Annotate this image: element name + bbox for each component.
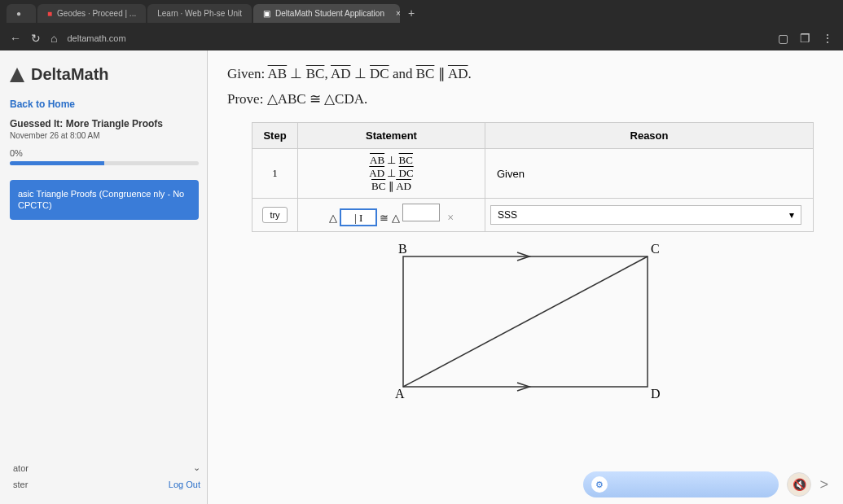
- header-statement: Statement: [298, 123, 485, 149]
- refresh-button[interactable]: ↻: [31, 32, 41, 45]
- browser-tab[interactable]: Learn · Web Ph-se Unit: [147, 4, 252, 23]
- vertex-label-c: C: [651, 242, 660, 256]
- table-row: try △ | I ≅ △ × SSS ▾: [252, 199, 814, 232]
- progress-bar: [10, 161, 199, 165]
- logo-row: DeltaMath: [7, 60, 207, 95]
- try-button[interactable]: try: [262, 207, 287, 223]
- chevron-down-icon: ▾: [789, 209, 794, 221]
- browser-tab[interactable]: ●: [7, 4, 36, 23]
- triangle-symbol: △: [329, 212, 337, 224]
- copy-icon[interactable]: ❐: [800, 32, 810, 45]
- vertex-label-b: B: [398, 242, 407, 256]
- geometry-figure: B C A D: [371, 240, 680, 411]
- statement-cell: AB ⊥ BC AD ⊥ DC BC ∥ AD: [298, 149, 485, 199]
- triangle-input-1[interactable]: | I: [340, 208, 377, 226]
- tab-favicon: ▣: [263, 9, 270, 18]
- page-body: DeltaMath Back to Home Guessed It: More …: [0, 50, 843, 504]
- header-reason: Reason: [485, 123, 814, 149]
- sidebar-item-ster[interactable]: sterLog Out: [13, 476, 200, 493]
- main-content: Given: AB ⊥ BC, AD ⊥ DC and BC ∥ AD. Pro…: [208, 50, 843, 504]
- skill-card[interactable]: asic Triangle Proofs (Congruence nly - N…: [10, 180, 199, 220]
- tab-bar: ● ■Geodes · Proceed | ... Learn · Web Ph…: [0, 0, 843, 26]
- url-text[interactable]: deltamath.com: [67, 33, 125, 43]
- score-label: 0%: [7, 148, 207, 161]
- reason-cell: Given: [485, 149, 814, 199]
- reason-dropdown[interactable]: SSS ▾: [490, 205, 801, 225]
- sidebar-item-ator[interactable]: ator⌄: [13, 459, 200, 476]
- menu-icon[interactable]: ⋮: [822, 32, 833, 45]
- address-bar: ← ↻ ⌂ deltamath.com ▢ ❐ ⋮: [0, 26, 843, 50]
- gear-icon[interactable]: ⚙: [591, 476, 608, 493]
- step-number: 1: [252, 149, 298, 199]
- home-button[interactable]: ⌂: [50, 32, 57, 45]
- tab-favicon: ■: [47, 9, 52, 18]
- back-to-home-link[interactable]: Back to Home: [7, 95, 207, 118]
- assistant-pill[interactable]: ⚙: [583, 471, 779, 497]
- proof-table: Step Statement Reason 1 AB ⊥ BC AD ⊥ DC …: [252, 122, 814, 232]
- sidebar-bottom: ator⌄ sterLog Out: [7, 459, 207, 504]
- assignment-title: Guessed It: More Triangle Proofs: [7, 118, 207, 129]
- browser-tab[interactable]: ▣DeltaMath Student Application×: [253, 4, 400, 23]
- browser-chrome: ● ■Geodes · Proceed | ... Learn · Web Ph…: [0, 0, 843, 50]
- tab-label: Learn · Web Ph-se Unit: [157, 9, 242, 18]
- reason-select-cell: SSS ▾: [485, 199, 814, 232]
- given-line: Given: AB ⊥ BC, AD ⊥ DC and BC ∥ AD.: [227, 65, 823, 82]
- close-icon[interactable]: ×: [396, 9, 400, 18]
- tab-label: DeltaMath Student Application: [275, 9, 384, 18]
- next-button[interactable]: >: [819, 476, 828, 493]
- table-row: 1 AB ⊥ BC AD ⊥ DC BC ∥ AD Given: [252, 149, 814, 199]
- statement-input-cell: △ | I ≅ △ ×: [298, 199, 485, 232]
- svg-line-2: [403, 256, 648, 387]
- header-step: Step: [252, 123, 298, 149]
- browser-right-icons: ▢ ❐ ⋮: [778, 32, 833, 45]
- congruent-symbol: ≅: [380, 212, 391, 224]
- progress-fill: [10, 161, 104, 165]
- new-tab-button[interactable]: +: [408, 7, 415, 20]
- logout-link[interactable]: Log Out: [169, 480, 200, 489]
- table-header-row: Step Statement Reason: [252, 123, 814, 149]
- svg-marker-0: [10, 68, 24, 82]
- brand-icon: [8, 66, 26, 84]
- window-icon[interactable]: ▢: [778, 32, 788, 45]
- vertex-label-a: A: [395, 387, 405, 401]
- tab-label: Geodes · Proceed | ...: [57, 9, 136, 18]
- browser-tab[interactable]: ■Geodes · Proceed | ...: [37, 4, 146, 23]
- due-date: November 26 at 8:00 AM: [7, 129, 207, 148]
- reason-value: SSS: [498, 209, 517, 221]
- triangle-input-2[interactable]: [402, 204, 440, 221]
- mute-button[interactable]: 🔇: [787, 472, 811, 497]
- chevron-down-icon: ⌄: [193, 462, 200, 473]
- brand-text: DeltaMath: [31, 65, 109, 84]
- clear-icon[interactable]: ×: [447, 212, 454, 224]
- vertex-label-d: D: [651, 387, 661, 401]
- back-button[interactable]: ←: [10, 32, 21, 45]
- bottom-shelf: ⚙ 🔇 >: [583, 471, 828, 497]
- sidebar: DeltaMath Back to Home Guessed It: More …: [0, 50, 208, 504]
- prove-line: Prove: △ABC ≅ △CDA.: [227, 90, 823, 107]
- triangle-symbol: △: [392, 212, 400, 224]
- figure: B C A D: [227, 240, 823, 411]
- step-try-cell: try: [252, 199, 298, 232]
- tab-favicon: ●: [16, 9, 21, 18]
